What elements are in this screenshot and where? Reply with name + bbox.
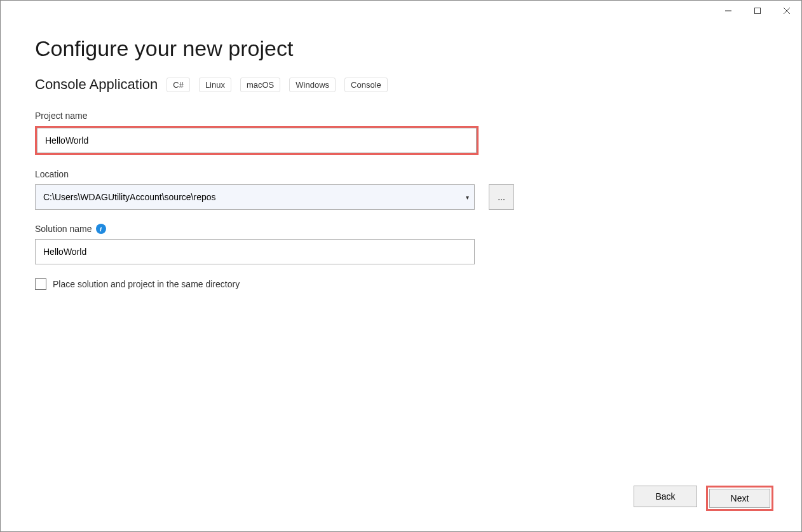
tag-windows: Windows (289, 78, 336, 92)
chevron-down-icon: ▾ (466, 194, 469, 201)
page-title: Configure your new project (35, 36, 767, 61)
solution-name-input[interactable] (35, 239, 475, 264)
same-directory-checkbox[interactable] (35, 278, 46, 290)
project-name-label: Project name (35, 111, 767, 121)
tag-macos: macOS (240, 78, 280, 92)
solution-name-label-text: Solution name (35, 224, 92, 234)
maximize-button[interactable] (743, 1, 772, 21)
footer-buttons: Back Next (634, 486, 773, 511)
location-combobox[interactable]: C:\Users\WDAGUtilityAccount\source\repos… (35, 184, 475, 210)
window-controls (714, 1, 801, 21)
location-label: Location (35, 169, 767, 179)
back-button[interactable]: Back (634, 486, 697, 507)
solution-name-label: Solution name i (35, 224, 767, 234)
close-button[interactable] (772, 1, 801, 21)
template-info-row: Console Application C# Linux macOS Windo… (35, 76, 767, 93)
same-directory-label: Place solution and project in the same d… (53, 279, 240, 289)
info-icon[interactable]: i (96, 224, 106, 234)
tag-csharp: C# (167, 78, 190, 92)
project-name-highlight (35, 126, 479, 155)
browse-button[interactable]: ... (489, 184, 514, 210)
minimize-button[interactable] (714, 1, 743, 21)
next-button[interactable]: Next (709, 489, 770, 508)
location-value: C:\Users\WDAGUtilityAccount\source\repos (43, 192, 216, 202)
next-button-highlight: Next (706, 486, 773, 511)
tag-console: Console (344, 78, 388, 92)
tag-linux: Linux (199, 78, 231, 92)
same-directory-row[interactable]: Place solution and project in the same d… (35, 278, 767, 290)
template-name: Console Application (35, 76, 158, 93)
svg-rect-1 (755, 8, 761, 14)
project-name-input[interactable] (37, 128, 477, 153)
